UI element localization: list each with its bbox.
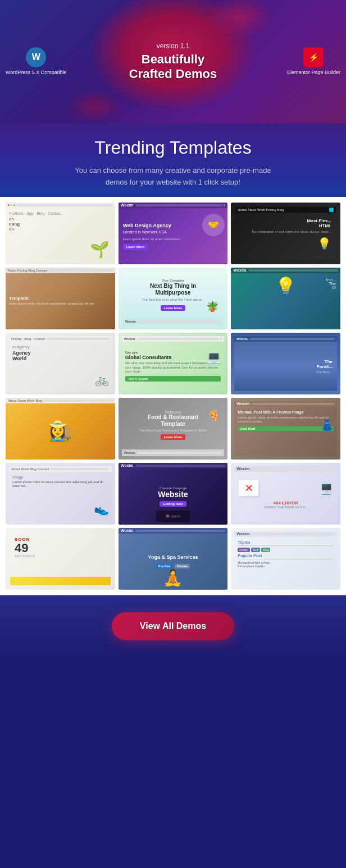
header-section: W WordPress 5.X Compatible version 1.1 B… — [0, 0, 346, 123]
demo-item[interactable]: Delicious Food & RestaurantTemplate The … — [119, 398, 228, 460]
demo-item[interactable]: Woxim. Creative Onepage Website Getting … — [119, 463, 228, 525]
header-title: Beautifully Crafted Demos — [129, 52, 217, 82]
view-all-demos-button[interactable]: View All Demos — [112, 612, 234, 640]
version-label: version 1.1 — [129, 42, 217, 50]
demo-item[interactable]: Woxim. Minimal Post With A Preview Image… — [231, 398, 340, 460]
trending-subtitle: You can choose from many creative and co… — [72, 165, 274, 189]
header-center: version 1.1 Beautifully Crafted Demos — [129, 42, 217, 82]
elementor-badge: ⚡ Elementor Page Builder — [287, 47, 340, 76]
elementor-label: Elementor Page Builder — [287, 70, 340, 76]
demo-item[interactable]: Woxim. 🧘 Yoga & Spa Services Buy Now Pre… — [119, 528, 228, 590]
demo-item[interactable]: About Work Blog Contact Image Lorem ipsu… — [6, 463, 115, 525]
demo-item[interactable]: Pricing · Blog · Contact m Agency Agency… — [6, 333, 115, 394]
wp-label: WordPress 5.X Compatible — [6, 70, 66, 76]
demo-item[interactable]: Woxim. ❌ 🖥️ 404 ERROR SORRY, THE PAGE NO… — [231, 463, 340, 525]
demo-item[interactable]: SOON 49 SECONDS — [6, 528, 115, 590]
demo-item[interactable]: About Team Work Blog 👩‍🌾 — [6, 398, 115, 460]
demo-item[interactable]: Woxim. Imn...TheOf 💡 — [231, 268, 340, 329]
footer-section: View All Demos — [0, 595, 346, 663]
demo-item[interactable]: Team Pricing Blog Contact Template. lore… — [6, 268, 115, 329]
demo-item[interactable]: Woxim. ≡ We are Global Consultants We of… — [119, 333, 228, 394]
demo-item[interactable]: Woxim. ≡ Web Design AgencyLocated in New… — [119, 203, 228, 264]
demo-item[interactable]: Woxim. Topics Design Tech Blog Popular P… — [231, 528, 340, 590]
demo-item[interactable]: Home About Work Pricing Blog Most Flex..… — [231, 203, 340, 264]
demo-item[interactable]: The Creative Next Big Thing InMultipurpo… — [119, 268, 228, 329]
demo-grid-section: Portfolio · App · Blog · Contact onining… — [0, 197, 346, 595]
trending-section: Trending Templates You can choose from m… — [0, 123, 346, 197]
trending-title: Trending Templates — [11, 137, 335, 158]
demo-item[interactable]: Woxim. TheParall... The Best... — [231, 333, 340, 394]
elementor-icon: ⚡ — [303, 47, 324, 67]
demo-grid: Portfolio · App · Blog · Contact onining… — [6, 203, 340, 590]
demo-item[interactable]: Portfolio · App · Blog · Contact onining… — [6, 203, 115, 264]
wp-badge: W WordPress 5.X Compatible — [6, 47, 66, 76]
wordpress-icon: W — [26, 47, 46, 67]
